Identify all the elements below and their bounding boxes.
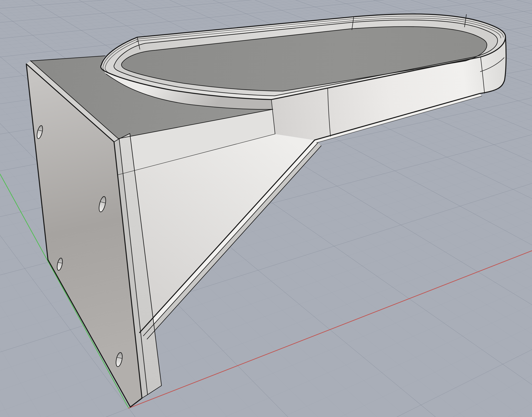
scene-svg	[0, 0, 532, 417]
cad-viewport[interactable]	[0, 0, 532, 417]
